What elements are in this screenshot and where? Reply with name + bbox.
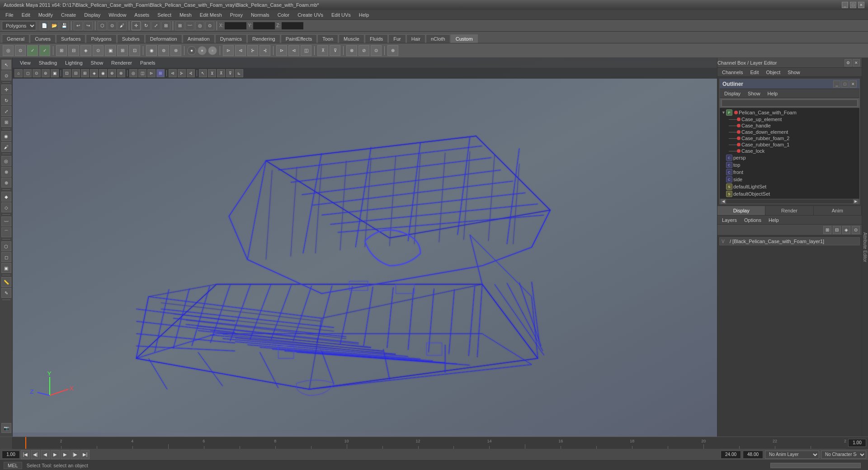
menu-normals[interactable]: Normals xyxy=(247,11,273,19)
soft-mod-btn[interactable]: ◉ xyxy=(1,131,11,141)
paint-btn[interactable]: 🖌 xyxy=(118,21,127,30)
ep-curve-btn[interactable]: 〰 xyxy=(1,216,11,226)
outliner-scroll-left[interactable]: ◀ xyxy=(721,199,726,204)
outliner-item-defaultobjectset[interactable]: S defaultObjectSet xyxy=(720,190,859,197)
menu-mesh[interactable]: Mesh xyxy=(176,11,195,19)
bezier-btn[interactable]: ⌒ xyxy=(1,227,11,237)
shelf-icon-12[interactable]: ◉ xyxy=(146,45,157,56)
vp-icon-21[interactable]: ⊼ xyxy=(217,69,225,77)
outliner-item-pelican-case[interactable]: ▼ P Pelican_Case_with_Foam xyxy=(720,109,859,116)
outliner-scrollbar[interactable]: ◀ ▶ xyxy=(720,198,859,204)
outliner-maximize-btn[interactable]: □ xyxy=(841,80,849,88)
shelf-icon-18[interactable]: ⊳ xyxy=(223,45,234,56)
tab-subdivs[interactable]: Subdivs xyxy=(117,34,145,43)
tab-muscle[interactable]: Muscle xyxy=(339,34,364,43)
vp-icon-13[interactable]: ◎ xyxy=(129,69,137,77)
vp-icon-3[interactable]: ⊙ xyxy=(33,69,41,77)
outliner-item-case-up[interactable]: —— Case_up_element xyxy=(720,116,859,122)
shelf-icon-15[interactable]: ● xyxy=(187,46,196,55)
lasso-btn[interactable]: ⊙ xyxy=(108,21,117,30)
btn-next-key[interactable]: |▶ xyxy=(71,450,80,459)
vp-icon-11[interactable]: ⊕ xyxy=(108,69,116,77)
menu-select[interactable]: Select xyxy=(154,11,175,19)
universal-btn[interactable]: ⊞ xyxy=(161,21,170,30)
shelf-icon-1[interactable]: ◎ xyxy=(3,45,14,56)
menu-display[interactable]: Display xyxy=(80,11,104,19)
set-driven-btn[interactable]: ◇ xyxy=(1,202,11,212)
outliner-menu-show[interactable]: Show xyxy=(745,90,763,97)
menu-edit-mesh[interactable]: Edit Mesh xyxy=(196,11,226,19)
vp-icon-8[interactable]: ⊞ xyxy=(81,69,89,77)
scale-tool-btn[interactable]: ⤢ xyxy=(1,106,11,116)
outliner-item-top[interactable]: C top xyxy=(720,161,859,169)
save-btn[interactable]: 💾 xyxy=(60,21,69,30)
btn-next-frame[interactable]: ▶ xyxy=(61,450,70,459)
create-joint-btn[interactable]: ⊕ xyxy=(1,178,11,188)
tab-anim[interactable]: Anim xyxy=(814,206,862,215)
shelf-icon-9[interactable]: ▣ xyxy=(105,45,116,56)
vp-menu-panels[interactable]: Panels xyxy=(137,59,159,66)
layer-icon-1[interactable]: ⊞ xyxy=(823,226,831,234)
paint-skin-btn[interactable]: ◎ xyxy=(1,156,11,166)
vp-icon-23[interactable]: ⊾ xyxy=(235,69,243,77)
subdiv-btn[interactable]: ▣ xyxy=(1,263,11,273)
outliner-menu-display[interactable]: Display xyxy=(722,90,743,97)
outliner-scroll-track[interactable] xyxy=(726,200,853,203)
layer-icon-4[interactable]: ⊙ xyxy=(852,226,860,234)
shelf-icon-8[interactable]: ⊙ xyxy=(93,45,104,56)
mode-dropdown[interactable]: Polygons xyxy=(2,21,36,30)
layer-menu-layers[interactable]: Layers xyxy=(719,216,740,224)
scale-btn[interactable]: ⤢ xyxy=(151,21,160,30)
layer-menu-help[interactable]: Help xyxy=(766,216,782,224)
shelf-icon-4[interactable]: ✓ xyxy=(39,45,50,56)
maximize-button[interactable]: □ xyxy=(850,2,856,8)
vp-icon-12[interactable]: ⊗ xyxy=(117,69,125,77)
menu-help[interactable]: Help xyxy=(355,11,373,19)
btn-prev-key[interactable]: ◀| xyxy=(31,450,40,459)
vp-icon-19[interactable]: ↖ xyxy=(199,69,207,77)
shelf-icon-14[interactable]: ⊛ xyxy=(170,45,181,56)
outliner-item-foam2[interactable]: —— Case_rubber_foam_2 xyxy=(720,135,859,141)
vp-menu-shading[interactable]: Shading xyxy=(35,59,61,66)
outliner-item-defaultlightset[interactable]: S defaultLightSet xyxy=(720,183,859,190)
tab-fluids[interactable]: Fluids xyxy=(365,34,388,43)
tab-painteffects[interactable]: PaintEffects xyxy=(281,34,317,43)
tab-polygons[interactable]: Polygons xyxy=(86,34,116,43)
shelf-icon-20[interactable]: ⊱ xyxy=(247,45,258,56)
vp-menu-lighting[interactable]: Lighting xyxy=(61,59,86,66)
shelf-icon-6[interactable]: ⊟ xyxy=(68,45,79,56)
new-scene-btn[interactable]: 📄 xyxy=(40,21,49,30)
vp-icon-17[interactable]: ⊱ xyxy=(178,69,186,77)
set-key-btn[interactable]: ◆ xyxy=(1,192,11,202)
snap-point-btn[interactable]: ◎ xyxy=(195,21,204,30)
menu-create[interactable]: Create xyxy=(57,11,80,19)
show-manip-btn[interactable]: ⊞ xyxy=(1,117,11,127)
viewport[interactable]: View Shading Lighting Show Renderer Pane… xyxy=(13,58,717,437)
outliner-item-case-handle[interactable]: —— Case_handle xyxy=(720,122,859,129)
current-frame-display[interactable]: 1.00 xyxy=(2,451,20,459)
shelf-icon-28[interactable]: ⊘ xyxy=(359,45,369,56)
timeline-end-display[interactable]: 1.00 xyxy=(848,439,866,447)
outliner-item-side[interactable]: C side xyxy=(720,176,859,183)
shelf-icon-19[interactable]: ⊲ xyxy=(235,45,246,56)
vp-icon-9[interactable]: ◈ xyxy=(90,69,98,77)
vp-icon-4[interactable]: ⊚ xyxy=(42,69,50,77)
tab-ncloth[interactable]: nCloth xyxy=(426,34,450,43)
menu-edit-uvs[interactable]: Edit UVs xyxy=(328,11,354,19)
rotate-btn[interactable]: ↻ xyxy=(142,21,151,30)
vp-icon-7[interactable]: ⊟ xyxy=(72,69,80,77)
outliner-scroll-right[interactable]: ▶ xyxy=(853,199,859,204)
menu-modify[interactable]: Modify xyxy=(35,11,57,19)
outliner-item-persp[interactable]: C persp xyxy=(720,154,859,161)
shelf-icon-5[interactable]: ⊞ xyxy=(56,45,67,56)
menu-edit[interactable]: Edit xyxy=(18,11,34,19)
outliner-item-lock[interactable]: —— Case_lock xyxy=(720,148,859,154)
tab-curves[interactable]: Curves xyxy=(30,34,56,43)
shelf-icon-3[interactable]: ✓ xyxy=(27,45,38,56)
shelf-icon-21[interactable]: ⊰ xyxy=(259,45,270,56)
tab-render[interactable]: Render xyxy=(765,206,813,215)
outliner-item-foam1[interactable]: —— Case_rubber_foam_1 xyxy=(720,141,859,148)
vp-icon-14[interactable]: ◫ xyxy=(138,69,146,77)
open-btn[interactable]: 📂 xyxy=(50,21,59,30)
tab-toon[interactable]: Toon xyxy=(317,34,338,43)
